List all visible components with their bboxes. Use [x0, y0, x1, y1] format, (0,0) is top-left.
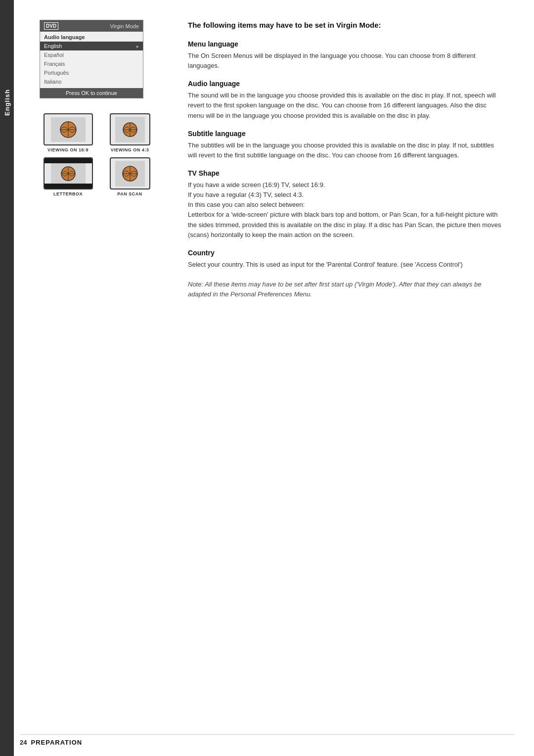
- tv-diagram-letterbox: LETTERBOX: [40, 157, 96, 196]
- basketball-svg-letterbox: [51, 163, 86, 185]
- basketball-svg-wide: [51, 117, 86, 142]
- page-footer: 24 PREPARATION: [20, 734, 514, 746]
- tv-content-regular: [111, 114, 149, 144]
- tv-frame-letterbox: [44, 157, 93, 189]
- section-title-menu-language: Menu language: [188, 40, 504, 48]
- tv-content-panscan: [111, 158, 149, 189]
- section-body-country: Select your country. This is used as inp…: [188, 260, 504, 270]
- vm-footer: Press OK to continue: [40, 88, 143, 98]
- section-body-tv-shape: If you have a wide screen (16:9) TV, sel…: [188, 180, 504, 240]
- footer-label: PREPARATION: [31, 739, 82, 746]
- virgin-mode-mockup: DVD Virgin Mode Audio language English E…: [40, 20, 143, 98]
- section-body-subtitle-language: The subtitles will be in the language yo…: [188, 141, 504, 160]
- vm-language-espanol: Español: [40, 50, 143, 59]
- tv-label-panscan: PAN SCAN: [117, 191, 142, 196]
- tv-frame-panscan: [110, 157, 150, 189]
- basketball-svg-panscan: [115, 161, 145, 187]
- vm-section-title: Audio language: [40, 32, 143, 42]
- basketball-svg-regular: [115, 117, 145, 142]
- tv-diagram-wide: VIEWING ON 16:9: [40, 113, 96, 152]
- vm-language-portugues: Português: [40, 68, 143, 77]
- side-tab-label: English: [3, 89, 11, 116]
- tv-label-letterbox: LETTERBOX: [53, 191, 83, 196]
- black-bar-top: [44, 158, 92, 163]
- tv-label-wide: VIEWING ON 16:9: [47, 147, 89, 152]
- vm-title: Virgin Mode: [110, 23, 139, 29]
- page-heading: The following items may have to be set i…: [188, 20, 504, 30]
- tv-diagram-panscan: PAN SCAN: [101, 157, 158, 196]
- tv-content-letterbox: [44, 158, 92, 189]
- side-tab: English: [0, 0, 14, 756]
- section-body-audio-language: The sound will be in the language you ch…: [188, 91, 504, 120]
- page-number: 24: [20, 739, 27, 746]
- right-column: The following items may have to be set i…: [188, 20, 504, 299]
- vm-header: DVD Virgin Mode: [40, 20, 143, 32]
- section-title-audio-language: Audio language: [188, 80, 504, 88]
- vm-language-francais: Français: [40, 59, 143, 68]
- tv-content-wide: [44, 114, 92, 144]
- tv-diagram-regular: VIEWING ON 4:3: [101, 113, 158, 152]
- vm-language-english: English: [40, 42, 143, 50]
- section-title-country: Country: [188, 249, 504, 257]
- tv-diagrams: VIEWING ON 16:9: [40, 113, 158, 196]
- vm-language-italiano: Italiano: [40, 77, 143, 86]
- section-body-menu-language: The On Screen Menus will be displayed in…: [188, 51, 504, 71]
- dvd-logo: DVD: [44, 22, 58, 30]
- left-column: DVD Virgin Mode Audio language English E…: [40, 20, 168, 299]
- tv-frame-wide: [44, 113, 93, 145]
- section-title-tv-shape: TV Shape: [188, 169, 504, 177]
- section-title-subtitle-language: Subtitle language: [188, 130, 504, 138]
- note-text: Note: All these items may have to be set…: [188, 280, 504, 299]
- tv-frame-regular: [110, 113, 150, 145]
- tv-label-regular: VIEWING ON 4:3: [111, 147, 149, 152]
- black-bar-bottom: [44, 184, 92, 189]
